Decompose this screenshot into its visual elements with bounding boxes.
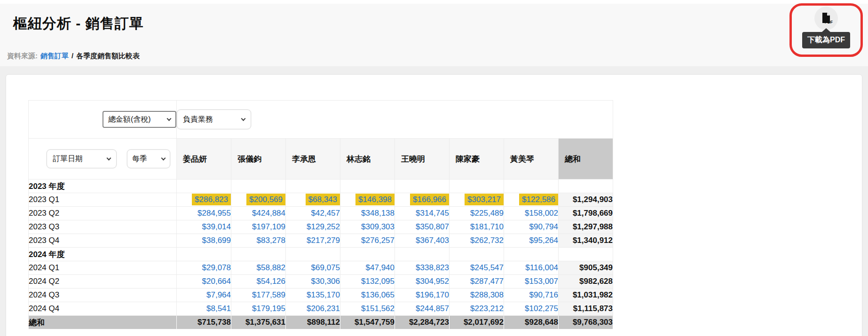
column-field-select[interactable]: 負責業務 xyxy=(177,109,251,129)
value-field-selected: 總金額(含稅) xyxy=(108,115,151,125)
value-link[interactable]: $158,002 xyxy=(525,209,558,218)
grand-total-label: 總和 xyxy=(29,316,177,329)
column-field-cell: 負責業務 xyxy=(177,101,613,139)
column-header-salesperson: 姜品妍 xyxy=(177,139,231,180)
value-cell: $83,278 xyxy=(231,234,286,248)
value-cell: $135,170 xyxy=(286,289,340,302)
data-source-link[interactable]: 銷售訂單 xyxy=(40,52,69,60)
value-cell: $42,457 xyxy=(286,207,340,220)
value-link[interactable]: $197,109 xyxy=(252,222,285,231)
value-link[interactable]: $223,212 xyxy=(470,304,504,313)
value-link[interactable]: $217,279 xyxy=(307,236,340,245)
value-link[interactable]: $129,252 xyxy=(307,222,340,231)
row-field-select[interactable]: 訂單日期 xyxy=(47,149,117,168)
grand-total-value: $928,648 xyxy=(504,316,559,329)
value-link[interactable]: $58,882 xyxy=(257,263,285,272)
value-link[interactable]: $69,075 xyxy=(311,263,340,272)
data-source-separator: / xyxy=(71,52,73,60)
value-cell: $245,547 xyxy=(450,261,504,275)
value-cell: $68,343 xyxy=(286,193,340,207)
value-link[interactable]: $288,308 xyxy=(470,290,504,299)
value-link[interactable]: $90,794 xyxy=(529,222,558,231)
value-link[interactable]: $287,477 xyxy=(470,277,504,286)
year-group-label: 2023 年度 xyxy=(29,180,177,193)
value-cell: $338,823 xyxy=(395,261,450,275)
column-header-total: 總和 xyxy=(559,139,613,180)
value-cell: $90,716 xyxy=(504,289,559,302)
row-total-cell: $1,297,988 xyxy=(559,220,613,234)
value-link[interactable]: $225,489 xyxy=(470,209,504,218)
pivot-header-row: 訂單日期 每季 姜品妍 張儀鈞 李承恩 林志銘 王曉明 陳家豪 黃美琴 總和 xyxy=(29,139,613,180)
value-link[interactable]: $314,745 xyxy=(416,209,449,218)
value-link[interactable]: $116,004 xyxy=(525,263,558,272)
value-link[interactable]: $196,170 xyxy=(416,290,449,299)
value-cell: $47,940 xyxy=(340,261,395,275)
data-source-label: 資料來源: xyxy=(7,52,38,60)
value-link[interactable]: $367,403 xyxy=(416,236,449,245)
value-link[interactable]: $348,138 xyxy=(361,209,395,218)
value-cell: $276,257 xyxy=(340,234,395,248)
value-link[interactable]: $350,807 xyxy=(416,222,449,231)
value-cell: $303,217 xyxy=(450,193,504,207)
value-cell: $348,138 xyxy=(340,207,395,220)
value-link[interactable]: $276,257 xyxy=(361,236,395,245)
value-link[interactable]: $304,952 xyxy=(416,277,449,286)
value-link[interactable]: $179,195 xyxy=(252,304,285,313)
value-link[interactable]: $39,014 xyxy=(202,222,231,231)
value-field-select[interactable]: 總金額(含稅) xyxy=(103,111,176,128)
value-link[interactable]: $83,278 xyxy=(257,236,285,245)
value-link[interactable]: $262,732 xyxy=(470,236,504,245)
value-link[interactable]: $303,217 xyxy=(465,194,504,205)
value-link[interactable]: $177,589 xyxy=(252,290,285,299)
grand-total-value: $2,017,692 xyxy=(450,316,504,329)
value-cell: $132,095 xyxy=(340,275,395,289)
value-link[interactable]: $166,966 xyxy=(410,194,449,205)
value-cell: $116,004 xyxy=(504,261,559,275)
value-link[interactable]: $146,398 xyxy=(355,194,395,205)
value-link[interactable]: $7,964 xyxy=(206,290,231,299)
value-link[interactable]: $54,126 xyxy=(257,277,285,286)
value-link[interactable]: $153,007 xyxy=(525,277,558,286)
value-link[interactable]: $181,710 xyxy=(470,222,504,231)
value-link[interactable]: $102,275 xyxy=(525,304,558,313)
value-link[interactable]: $30,306 xyxy=(311,277,340,286)
download-pdf-button[interactable]: PDF xyxy=(814,7,838,30)
value-link[interactable]: $90,716 xyxy=(529,290,558,299)
grand-total-value: $2,284,723 xyxy=(395,316,450,329)
value-link[interactable]: $8,541 xyxy=(206,304,231,313)
value-cell: $166,966 xyxy=(395,193,450,207)
row-field-selected: 訂單日期 xyxy=(53,154,83,164)
grand-total-value: $1,547,759 xyxy=(340,316,395,329)
value-link[interactable]: $136,065 xyxy=(361,290,395,299)
value-link[interactable]: $38,699 xyxy=(202,236,231,245)
value-link[interactable]: $151,562 xyxy=(361,304,395,313)
value-link[interactable]: $29,078 xyxy=(202,263,231,272)
value-link[interactable]: $42,457 xyxy=(311,209,340,218)
value-cell: $58,882 xyxy=(231,261,286,275)
quarter-label: 2023 Q3 xyxy=(29,220,177,234)
value-link[interactable]: $20,664 xyxy=(202,277,231,286)
value-link[interactable]: $95,264 xyxy=(529,236,558,245)
value-link[interactable]: $122,586 xyxy=(519,194,558,205)
value-link[interactable]: $244,857 xyxy=(416,304,449,313)
value-link[interactable]: $424,884 xyxy=(252,209,285,218)
value-link[interactable]: $47,940 xyxy=(366,263,395,272)
value-link[interactable]: $68,343 xyxy=(306,194,340,205)
value-link[interactable]: $309,303 xyxy=(361,222,395,231)
quarter-label: 2024 Q2 xyxy=(29,275,177,289)
svg-text:PDF: PDF xyxy=(825,20,833,24)
value-link[interactable]: $338,823 xyxy=(416,263,449,272)
value-cell: $29,078 xyxy=(177,261,231,275)
value-link[interactable]: $200,569 xyxy=(246,194,285,205)
column-header-salesperson: 林志銘 xyxy=(340,139,395,180)
value-link[interactable]: $135,170 xyxy=(307,290,340,299)
value-link[interactable]: $206,231 xyxy=(307,304,340,313)
column-header-salesperson: 王曉明 xyxy=(395,139,450,180)
value-link[interactable]: $132,095 xyxy=(361,277,395,286)
quarter-row: 2024 Q4$8,541$179,195$206,231$151,562$24… xyxy=(29,302,613,316)
value-cell: $95,264 xyxy=(504,234,559,248)
value-link[interactable]: $286,823 xyxy=(192,194,231,205)
value-link[interactable]: $284,955 xyxy=(197,209,231,218)
interval-select[interactable]: 每季 xyxy=(127,149,170,168)
value-link[interactable]: $245,547 xyxy=(470,263,504,272)
